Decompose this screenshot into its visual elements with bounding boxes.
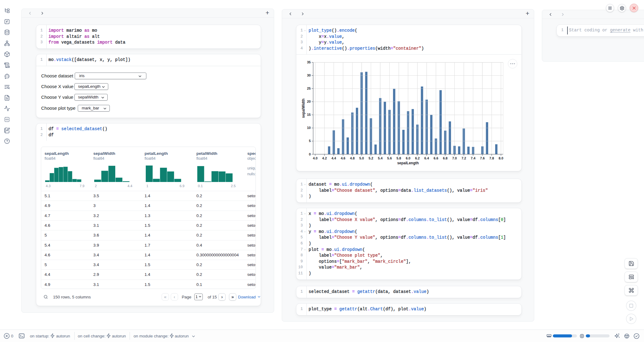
svg-text:6.8: 6.8	[443, 156, 447, 160]
svg-text:4.6: 4.6	[341, 156, 345, 160]
svg-text:5: 5	[309, 139, 311, 143]
svg-text:4.8: 4.8	[350, 156, 355, 160]
svg-text:7.8: 7.8	[489, 156, 494, 160]
svg-text:5.2: 5.2	[369, 156, 373, 160]
svg-text:35: 35	[307, 60, 311, 64]
svg-text:15: 15	[307, 113, 311, 117]
svg-text:25: 25	[307, 87, 311, 90]
svg-text:6.6: 6.6	[434, 156, 438, 160]
svg-text:5.0: 5.0	[359, 156, 364, 160]
svg-text:20: 20	[307, 100, 311, 104]
svg-text:5.6: 5.6	[387, 156, 392, 160]
svg-text:7.2: 7.2	[461, 156, 466, 160]
svg-text:7.6: 7.6	[480, 156, 485, 160]
svg-text:7.4: 7.4	[471, 156, 476, 160]
svg-text:sepalWidth: sepalWidth	[301, 98, 306, 118]
svg-text:5.4: 5.4	[378, 156, 383, 160]
svg-text:6.2: 6.2	[415, 156, 420, 160]
svg-text:10: 10	[307, 126, 311, 130]
svg-text:4.0: 4.0	[313, 156, 317, 160]
svg-text:4.4: 4.4	[331, 156, 336, 160]
svg-text:4.2: 4.2	[322, 156, 327, 160]
svg-text:0: 0	[309, 152, 311, 156]
svg-text:30: 30	[307, 73, 311, 77]
svg-text:6.0: 6.0	[406, 156, 410, 160]
svg-text:7.0: 7.0	[452, 156, 457, 160]
svg-text:8.0: 8.0	[499, 156, 503, 160]
svg-text:6.4: 6.4	[424, 156, 429, 160]
svg-text:sepalLength: sepalLength	[397, 161, 419, 165]
svg-text:5.8: 5.8	[396, 156, 401, 160]
